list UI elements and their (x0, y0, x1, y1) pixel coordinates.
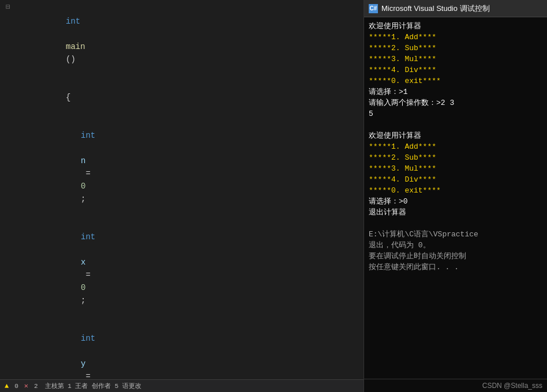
line-text: int main () (16, 2, 364, 78)
line-text: int n = 0 ; (16, 116, 364, 218)
console-line: 5 (369, 108, 542, 119)
console-line: *****4. Div**** (369, 174, 542, 185)
console-line: *****3. Mul**** (369, 54, 542, 65)
console-line: *****2. Sub**** (369, 43, 542, 54)
console-line: 要在调试停止时自动关闭控制 (369, 251, 542, 262)
code-editor-panel: ⊟ int main () { int (0, 0, 364, 392)
console-line: 退出计算器 (369, 207, 542, 218)
warning-count: 0 (14, 383, 18, 390)
console-line: 请输入两个操作数：>2 3 (369, 97, 542, 108)
console-footer-text: CSDN @Stella_sss (482, 382, 542, 390)
console-line: *****0. exit**** (369, 185, 542, 196)
status-bar-left: ▲ 0 ✕ 2 (5, 382, 38, 390)
console-title: Microsoft Visual Studio 调试控制 (381, 3, 490, 14)
code-line: ⊟ int main () (0, 2, 364, 78)
keyword-int: int (66, 17, 80, 26)
console-titlebar: C# Microsoft Visual Studio 调试控制 (364, 0, 547, 17)
console-line: 按任意键关闭此窗口. . . (369, 262, 542, 273)
main-container: ⊟ int main () { int (0, 0, 547, 392)
console-line: *****1. Add**** (369, 141, 542, 152)
console-line: *****3. Mul**** (369, 163, 542, 174)
console-line: 退出，代码为 0。 (369, 240, 542, 251)
console-line: *****2. Sub**** (369, 152, 542, 163)
console-line (369, 218, 542, 229)
error-count: 2 (34, 383, 38, 390)
console-line: 请选择：>0 (369, 196, 542, 207)
console-line: *****4. Div**** (369, 65, 542, 76)
status-info: 主枝第 1 王者 创作者 5 语更改 (45, 382, 141, 390)
console-line: 欢迎使用计算器 (369, 21, 542, 32)
console-panel: C# Microsoft Visual Studio 调试控制 欢迎使用计算器 … (364, 0, 547, 392)
line-text: { (16, 78, 364, 116)
console-line: 欢迎使用计算器 (369, 130, 542, 141)
console-line: 请选择：>1 (369, 86, 542, 97)
console-content: 欢迎使用计算器 *****1. Add**** *****2. Sub**** … (364, 17, 547, 379)
code-line: { (0, 78, 364, 116)
status-bar: ▲ 0 ✕ 2 主枝第 1 王者 创作者 5 语更改 (0, 379, 364, 392)
code-line: int y = 0 ; (0, 319, 364, 379)
console-line (369, 119, 542, 130)
console-line: *****1. Add**** (369, 32, 542, 43)
console-footer: CSDN @Stella_sss (364, 379, 547, 392)
function-name: main (66, 42, 85, 51)
vs-icon: C# (369, 4, 378, 13)
console-line: E:\计算机\C语言\VSpractice (369, 229, 542, 240)
warning-icon: ▲ (5, 382, 9, 390)
collapse-gutter[interactable]: ⊟ (0, 2, 16, 12)
line-text: int y = 0 ; (16, 319, 364, 379)
code-content: ⊟ int main () { int (0, 0, 364, 379)
console-line: *****0. exit**** (369, 76, 542, 86)
code-line: int n = 0 ; (0, 116, 364, 218)
error-icon: ✕ (24, 382, 28, 390)
code-line: int x = 0 ; (0, 218, 364, 319)
line-text: int x = 0 ; (16, 218, 364, 319)
